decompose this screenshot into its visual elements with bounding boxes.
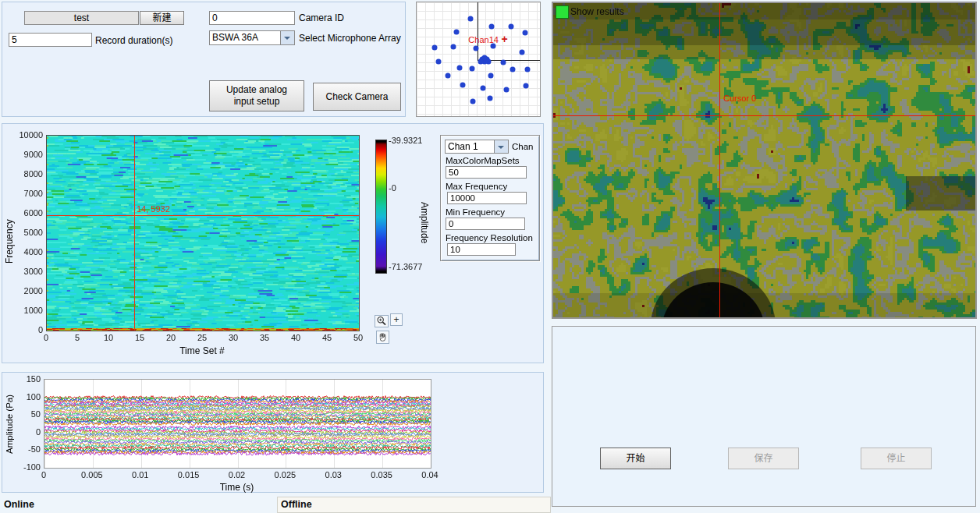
mic-dot: [454, 29, 460, 34]
mic-dot: [510, 66, 516, 72]
maxcolormapsets-field[interactable]: [446, 166, 527, 179]
zoom-tool-icon[interactable]: [375, 315, 389, 327]
mic-dot: [508, 23, 513, 29]
camera-cursor-label: Cursor 0: [723, 94, 756, 103]
mic-dot: [524, 83, 529, 88]
mic-array-geometry-plot: + Chan14: [416, 2, 541, 117]
camera-id-label: Camera ID: [299, 12, 344, 23]
offline-status-label: Offline: [281, 499, 312, 510]
mic-dots-layer: [417, 2, 540, 116]
mic-dot: [451, 44, 456, 50]
cursor-tool-icon[interactable]: +: [390, 313, 403, 326]
spectrogram-cursor-label: 14, 5932: [137, 204, 170, 214]
waveform-xlabel: Time (s): [44, 482, 430, 493]
mic-dot: [431, 45, 437, 51]
amplitude-colorbar: [375, 140, 387, 274]
spectrogram-panel: 14, 5932 0100020003000400050006000700080…: [2, 123, 544, 363]
frequency-resolution-label: Frequency Resolution: [446, 233, 533, 242]
show-results-label: Show results: [570, 6, 624, 17]
record-duration-field[interactable]: [9, 33, 92, 47]
waveform-panel: -100-5005010015000.0050.010.0150.020.025…: [2, 372, 544, 493]
spectrogram-plot[interactable]: 14, 5932: [46, 135, 360, 331]
mic-cursor-label: Chan14: [468, 35, 499, 44]
spectrogram-ylabel: Frequency: [4, 199, 15, 285]
mic-dot: [460, 82, 466, 87]
colorbar-mid-label: -0: [389, 183, 396, 193]
update-analog-input-button[interactable]: Update analog input setup: [209, 80, 304, 111]
check-camera-button[interactable]: Check Camera: [313, 83, 401, 111]
mic-dot: [445, 73, 450, 78]
spectrogram-xlabel: Time Set #: [46, 345, 358, 356]
mic-array-value: BSWA 36A: [209, 30, 281, 45]
offline-status-box: Offline: [277, 497, 551, 513]
frequency-resolution-field[interactable]: [447, 243, 516, 256]
camera-id-field[interactable]: [209, 11, 295, 25]
spectrogram-cursor-hline[interactable]: [47, 215, 359, 216]
pan-tool-icon[interactable]: [376, 331, 389, 344]
channel-select[interactable]: Chan 1: [445, 140, 509, 154]
channel-select-value: Chan 1: [445, 140, 495, 154]
mic-dot: [503, 87, 509, 92]
spectrogram-cursor-vline[interactable]: [134, 136, 135, 331]
setup-panel: 新建 Record duration(s) Camera ID BSWA 36A…: [2, 2, 406, 117]
mic-dot: [487, 96, 492, 101]
mic-dot: [481, 85, 486, 90]
mic-cursor-cross-icon: +: [502, 34, 508, 46]
maxcolormapsets-label: MaxColorMapSets: [446, 156, 520, 165]
colorbar-max-label: -39.9321: [389, 136, 422, 145]
min-frequency-label: Min Frequency: [446, 207, 505, 217]
acoustic-heatmap-image[interactable]: [553, 3, 975, 317]
chevron-down-icon[interactable]: [495, 140, 509, 154]
mic-dot: [457, 65, 463, 70]
test-name-field[interactable]: [24, 11, 139, 25]
mic-dot: [500, 59, 506, 65]
online-status-label: Online: [4, 499, 34, 510]
mic-dot: [520, 50, 525, 55]
camera-view[interactable]: Show results Cursor 0: [552, 2, 977, 319]
mic-dot: [473, 46, 478, 51]
mic-dot: [470, 65, 475, 71]
mic-dot: [488, 73, 493, 78]
mic-dot: [488, 23, 494, 29]
max-frequency-label: Max Frequency: [446, 182, 507, 191]
colorbar-axis-label: Amplitude: [419, 180, 430, 266]
max-frequency-field[interactable]: [447, 192, 527, 204]
waveform-ylabel: Amplitude (Pa): [5, 385, 14, 463]
show-results-indicator[interactable]: [556, 5, 569, 19]
waveform-plot[interactable]: [44, 379, 431, 469]
start-button[interactable]: 开始: [600, 448, 671, 469]
action-panel: 开始 保存 停止: [552, 326, 976, 507]
acoustic-camera-app: 新建 Record duration(s) Camera ID BSWA 36A…: [0, 0, 980, 513]
waveform-traces[interactable]: [44, 380, 431, 468]
stop-button: 停止: [861, 448, 932, 469]
min-frequency-field[interactable]: [446, 218, 525, 230]
mic-dot: [481, 55, 487, 60]
analysis-controls-box: Chan 1 Chan MaxColorMapSets Max Frequenc…: [440, 135, 540, 261]
mic-dot: [525, 66, 531, 72]
mic-array-label: Select Microphone Array: [299, 33, 401, 44]
chevron-down-icon[interactable]: [281, 30, 295, 45]
colorbar-min-label: -71.3677: [389, 262, 422, 271]
mic-dot: [523, 30, 528, 36]
mic-dot: [485, 58, 491, 64]
record-duration-label: Record duration(s): [95, 35, 172, 46]
mic-dot: [468, 16, 474, 21]
channel-select-label: Chan: [512, 142, 534, 151]
spectrogram-image[interactable]: [47, 136, 359, 331]
new-button[interactable]: 新建: [140, 11, 184, 25]
mic-dot: [435, 58, 441, 64]
mic-array-select[interactable]: BSWA 36A: [209, 30, 295, 45]
mic-dot: [470, 99, 476, 104]
save-button: 保存: [728, 448, 799, 469]
